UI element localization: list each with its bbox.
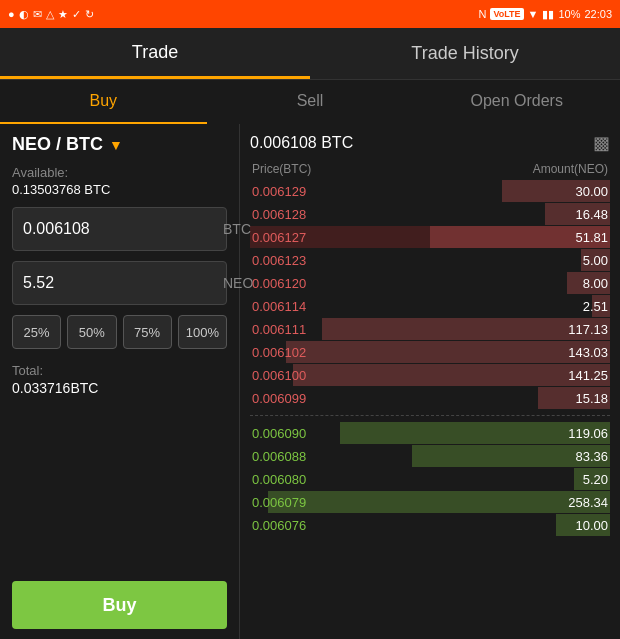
tab-sell[interactable]: Sell [207,80,414,124]
sell-price: 0.006129 [252,184,306,199]
buy-amount: 119.06 [568,426,608,441]
order-book-divider [250,415,610,416]
sell-amount: 117.13 [568,322,608,337]
wifi-icon: ▼ [528,8,539,20]
sell-amount: 51.81 [575,230,608,245]
sell-amount: 2.51 [583,299,608,314]
battery-text: 10% [558,8,580,20]
sell-amount: 30.00 [575,184,608,199]
price-input[interactable] [23,220,223,238]
tab-buy[interactable]: Buy [0,80,207,124]
top-nav: Trade Trade History [0,28,620,80]
nfc-icon: N [478,8,486,20]
pair-selector[interactable]: NEO / BTC ▼ [12,134,227,155]
trade-history-nav-item[interactable]: Trade History [310,28,620,79]
price-input-group[interactable]: BTC [12,207,227,251]
buy-amount: 10.00 [575,518,608,533]
sell-price: 0.006102 [252,345,306,360]
sell-price: 0.006099 [252,391,306,406]
sell-order-row[interactable]: 0.006127 51.81 [250,226,610,248]
tab-bar: Buy Sell Open Orders [0,80,620,124]
sell-orders: 0.006129 30.00 0.006128 16.48 0.006127 5… [250,180,610,409]
sell-order-row[interactable]: 0.006114 2.51 [250,295,610,317]
chrome-icon: ◐ [19,8,29,21]
sell-price: 0.006120 [252,276,306,291]
sell-price: 0.006123 [252,253,306,268]
buy-amount: 5.20 [583,472,608,487]
status-bar: ● ◐ ✉ △ ★ ✓ ↻ N VoLTE ▼ ▮▮ 10% 22:03 [0,0,620,28]
signal-icon: ▮▮ [542,8,554,21]
sell-order-row[interactable]: 0.006102 143.03 [250,341,610,363]
pair-dropdown-arrow: ▼ [109,137,123,153]
tab-open-orders[interactable]: Open Orders [413,80,620,124]
buy-button[interactable]: Buy [12,581,227,629]
right-panel: 0.006108 BTC ▩ Price(BTC) Amount(NEO) 0.… [240,124,620,639]
chart-icon[interactable]: ▩ [593,132,610,154]
buy-price: 0.006088 [252,449,306,464]
time-display: 22:03 [584,8,612,20]
misc-icon1: ★ [58,8,68,21]
buy-price: 0.006080 [252,472,306,487]
sell-price: 0.006114 [252,299,306,314]
pct-100-button[interactable]: 100% [178,315,227,349]
misc-icon2: ✓ [72,8,81,21]
buy-orders: 0.006090 119.06 0.006088 83.36 0.006080 … [250,422,610,536]
sell-price: 0.006111 [252,322,306,337]
buy-amount: 258.34 [568,495,608,510]
sell-amount: 143.03 [568,345,608,360]
amount-input[interactable] [23,274,223,292]
available-value: 0.13503768 BTC [12,182,227,197]
buy-order-row[interactable]: 0.006080 5.20 [250,468,610,490]
available-section: Available: 0.13503768 BTC [12,165,227,197]
buy-price: 0.006079 [252,495,306,510]
sell-order-row[interactable]: 0.006111 117.13 [250,318,610,340]
sell-price: 0.006127 [252,230,306,245]
sell-amount: 15.18 [575,391,608,406]
total-section: Total: 0.033716BTC [12,363,227,396]
sell-order-row[interactable]: 0.006128 16.48 [250,203,610,225]
price-column-header: Price(BTC) [252,162,311,176]
sell-order-row[interactable]: 0.006100 141.25 [250,364,610,386]
sell-amount: 8.00 [583,276,608,291]
order-book-header: Price(BTC) Amount(NEO) [250,162,610,176]
sell-amount: 141.25 [568,368,608,383]
status-icons-right: N VoLTE ▼ ▮▮ 10% 22:03 [478,8,612,21]
sell-price: 0.006100 [252,368,306,383]
main-content: NEO / BTC ▼ Available: 0.13503768 BTC BT… [0,124,620,639]
pct-50-button[interactable]: 50% [67,315,116,349]
buy-order-row[interactable]: 0.006090 119.06 [250,422,610,444]
sell-order-row[interactable]: 0.006123 5.00 [250,249,610,271]
sell-order-row[interactable]: 0.006120 8.00 [250,272,610,294]
sell-amount: 5.00 [583,253,608,268]
amount-input-group[interactable]: NEO [12,261,227,305]
misc-icon3: ↻ [85,8,94,21]
android-icon: ● [8,8,15,20]
buy-order-row[interactable]: 0.006088 83.36 [250,445,610,467]
pct-25-button[interactable]: 25% [12,315,61,349]
gmail-icon: ✉ [33,8,42,21]
total-label: Total: [12,363,227,378]
sell-order-row[interactable]: 0.006099 15.18 [250,387,610,409]
trade-nav-item[interactable]: Trade [0,28,310,79]
buy-price: 0.006076 [252,518,306,533]
current-price: 0.006108 BTC [250,134,353,152]
sell-order-row[interactable]: 0.006129 30.00 [250,180,610,202]
buy-order-row[interactable]: 0.006079 258.34 [250,491,610,513]
volte-badge: VoLTE [490,8,523,20]
buy-order-row[interactable]: 0.006076 10.00 [250,514,610,536]
pair-label: NEO / BTC [12,134,103,155]
amount-column-header: Amount(NEO) [533,162,608,176]
total-value: 0.033716BTC [12,380,227,396]
sell-amount: 16.48 [575,207,608,222]
buy-price: 0.006090 [252,426,306,441]
left-panel: NEO / BTC ▼ Available: 0.13503768 BTC BT… [0,124,240,639]
pct-75-button[interactable]: 75% [123,315,172,349]
status-icons-left: ● ◐ ✉ △ ★ ✓ ↻ [8,8,94,21]
pct-buttons-group: 25% 50% 75% 100% [12,315,227,349]
available-label: Available: [12,165,227,180]
buy-amount: 83.36 [575,449,608,464]
sell-price: 0.006128 [252,207,306,222]
price-header-row: 0.006108 BTC ▩ [250,132,610,154]
drive-icon: △ [46,8,54,21]
